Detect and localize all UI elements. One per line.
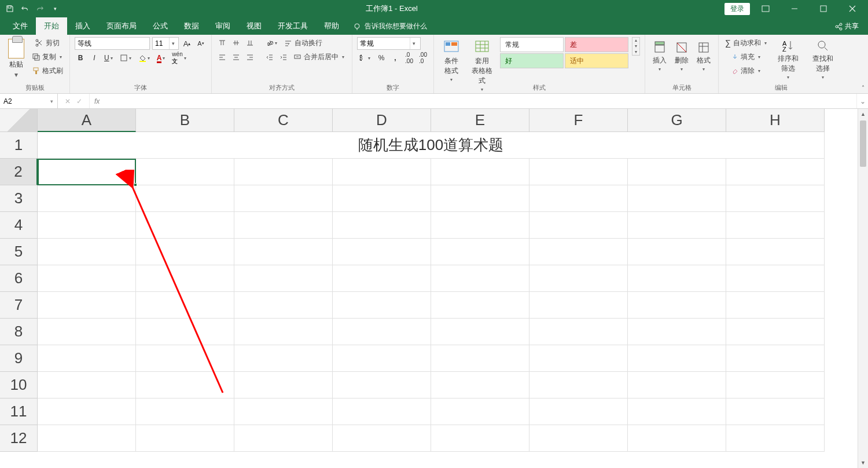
cell[interactable] [726, 265, 825, 292]
tab-file[interactable]: 文件 [5, 17, 36, 35]
undo-icon[interactable] [21, 5, 29, 13]
cell[interactable] [333, 159, 431, 185]
cell[interactable] [431, 239, 529, 265]
cell[interactable] [726, 398, 825, 425]
row-header[interactable]: 7 [0, 292, 38, 319]
cell[interactable] [529, 239, 628, 265]
number-format-input[interactable] [358, 38, 410, 49]
align-bottom-button[interactable] [244, 37, 256, 49]
cell[interactable] [726, 212, 825, 239]
number-format-combo[interactable]: ▾ [357, 37, 421, 50]
cell[interactable] [38, 345, 136, 372]
tab-data[interactable]: 数据 [176, 17, 207, 35]
align-center-button[interactable] [230, 51, 242, 63]
cell[interactable] [628, 292, 726, 319]
cell[interactable] [628, 212, 726, 239]
share-button[interactable]: 共享 [825, 18, 868, 35]
column-header[interactable]: H [726, 109, 825, 132]
cell[interactable] [431, 372, 529, 398]
cell[interactable] [333, 185, 431, 212]
cell[interactable] [431, 398, 529, 425]
vertical-scrollbar[interactable]: ▲ ▼ [858, 109, 868, 468]
row-header[interactable]: 8 [0, 319, 38, 345]
sort-filter-button[interactable]: AZ排序和筛选▾ [772, 37, 804, 82]
clear-button[interactable]: 清除▾ [723, 65, 770, 76]
italic-button[interactable]: I [89, 52, 100, 64]
cell[interactable] [234, 185, 333, 212]
tab-help[interactable]: 帮助 [316, 17, 347, 35]
column-header[interactable]: B [136, 109, 234, 132]
bold-button[interactable]: B [75, 52, 86, 64]
cell[interactable] [529, 425, 628, 452]
increase-decimal-button[interactable]: .0.00 [403, 52, 415, 64]
cell[interactable] [333, 425, 431, 452]
cell[interactable] [333, 212, 431, 239]
cell[interactable] [234, 292, 333, 319]
column-header[interactable]: A [38, 109, 136, 132]
cell[interactable] [333, 345, 431, 372]
cell[interactable] [628, 398, 726, 425]
format-cells-button[interactable]: 格式▾ [694, 39, 713, 74]
save-icon[interactable] [6, 5, 14, 13]
accounting-format-button[interactable]: ₿▾ [357, 52, 373, 64]
insert-cells-button[interactable]: 插入▾ [650, 39, 670, 74]
align-left-button[interactable] [216, 51, 228, 63]
cell[interactable] [431, 345, 529, 372]
align-middle-button[interactable] [230, 37, 242, 49]
cell[interactable] [38, 425, 136, 452]
minimize-icon[interactable] [781, 0, 808, 17]
font-size-combo[interactable]: ▾ [152, 37, 179, 50]
cell[interactable] [726, 159, 825, 185]
title-merged-cell[interactable]: 随机生成100道算术题 [38, 132, 825, 159]
cell[interactable] [38, 398, 136, 425]
cell[interactable] [431, 319, 529, 345]
font-color-button[interactable]: A▾ [155, 52, 168, 64]
maximize-icon[interactable] [810, 0, 837, 17]
cell[interactable] [333, 292, 431, 319]
decrease-decimal-button[interactable]: .00.0 [417, 52, 429, 64]
row-header[interactable]: 9 [0, 345, 38, 372]
cell[interactable] [136, 398, 234, 425]
cell[interactable] [333, 372, 431, 398]
cell[interactable] [38, 185, 136, 212]
row-header[interactable]: 3 [0, 185, 38, 212]
style-bad[interactable]: 差 [565, 37, 628, 52]
fill-button[interactable]: 填充▾ [723, 51, 770, 63]
conditional-format-button[interactable]: 条件格式▾ [439, 37, 464, 84]
cell[interactable] [38, 212, 136, 239]
cell[interactable] [431, 425, 529, 452]
align-top-button[interactable] [216, 37, 228, 49]
cell[interactable] [726, 239, 825, 265]
border-button[interactable]: ▾ [118, 52, 134, 64]
cell[interactable] [38, 239, 136, 265]
column-header[interactable]: F [529, 109, 628, 132]
align-right-button[interactable] [244, 51, 256, 63]
style-good[interactable]: 好 [500, 53, 564, 68]
cell[interactable] [38, 265, 136, 292]
cell[interactable] [529, 265, 628, 292]
ribbon-display-icon[interactable] [752, 0, 779, 17]
tab-review[interactable]: 审阅 [207, 17, 238, 35]
column-header[interactable]: G [628, 109, 726, 132]
cell[interactable] [136, 185, 234, 212]
cell[interactable] [234, 239, 333, 265]
row-header[interactable]: 6 [0, 265, 38, 292]
login-button[interactable]: 登录 [724, 3, 750, 15]
cell[interactable] [38, 159, 136, 185]
enter-formula-icon[interactable]: ✓ [76, 97, 82, 105]
cell[interactable] [136, 159, 234, 185]
formula-input[interactable] [104, 94, 856, 108]
cell[interactable] [529, 372, 628, 398]
tab-view[interactable]: 视图 [238, 17, 270, 35]
column-header[interactable]: D [333, 109, 431, 132]
cell[interactable] [726, 185, 825, 212]
percent-button[interactable]: % [376, 52, 387, 64]
select-all-corner[interactable] [0, 109, 38, 132]
row-header[interactable]: 11 [0, 398, 38, 425]
fill-color-button[interactable]: ▾ [137, 52, 153, 64]
cancel-formula-icon[interactable]: ✕ [65, 97, 71, 105]
scroll-up-icon[interactable]: ▲ [858, 109, 868, 119]
cell[interactable] [234, 319, 333, 345]
phonetic-button[interactable]: wén文▾ [170, 52, 189, 64]
increase-font-button[interactable]: A▴ [181, 38, 193, 49]
